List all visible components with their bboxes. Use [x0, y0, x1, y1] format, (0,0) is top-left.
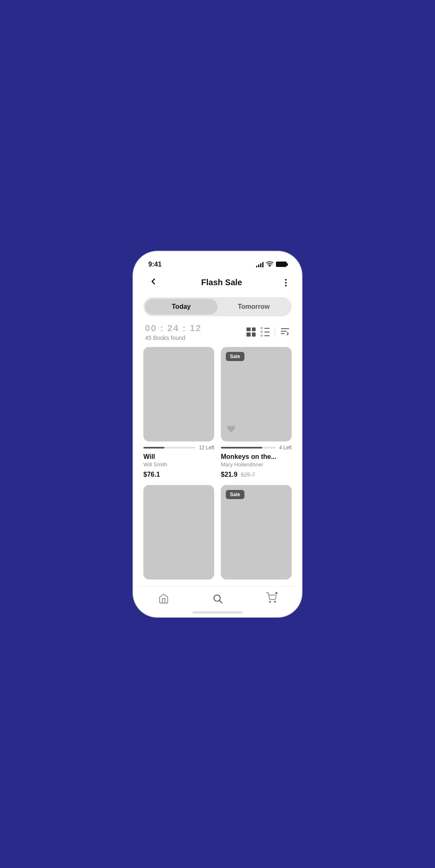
info-bar: 00 : 24 : 12 45 Books found [137, 323, 298, 347]
status-time: 9:41 [148, 261, 162, 268]
stock-label-will: 12 Left [199, 445, 214, 451]
book-cover-monkeys: Sale [221, 347, 292, 441]
header: Flash Sale [137, 272, 298, 297]
cover-placeholder-will [143, 347, 214, 441]
book-cover-partial-2: Sale [221, 485, 292, 579]
grid-cell-2 [252, 327, 256, 332]
svg-point-7 [274, 601, 276, 602]
tab-bar: Today Tomorrow [143, 297, 292, 316]
list-view-button[interactable] [261, 327, 270, 337]
back-button[interactable] [145, 275, 162, 291]
price-current-will: $76.1 [143, 471, 160, 478]
dot-1 [285, 279, 287, 281]
list-dot-2 [261, 331, 263, 333]
signal-bar-1 [256, 266, 257, 267]
battery-icon [276, 262, 287, 267]
list-row-3 [261, 335, 270, 337]
book-author-monkeys: Mary Hollendoner [221, 461, 292, 468]
list-line-2 [264, 332, 270, 332]
nav-cart[interactable] [266, 592, 277, 605]
view-controls [247, 326, 290, 338]
home-indicator [193, 611, 242, 613]
partial-cover-bg-1 [143, 485, 214, 579]
price-current-monkeys: $21.9 [221, 471, 237, 478]
stock-bar-fill-monkeys [221, 447, 262, 449]
signal-bar-2 [258, 264, 259, 267]
cart-badge-dot [274, 591, 278, 595]
dot-2 [285, 282, 287, 284]
grid-cell-4 [252, 332, 256, 337]
price-row-monkeys: $21.9 $25.7 [221, 471, 292, 478]
list-dot-3 [261, 335, 263, 337]
tab-today[interactable]: Today [145, 299, 218, 315]
dot-3 [285, 285, 287, 286]
stock-row-will: 12 Left [143, 445, 214, 451]
price-original-monkeys: $25.7 [241, 471, 255, 478]
sale-badge-partial-2: Sale [226, 490, 244, 499]
signal-bar-3 [260, 263, 261, 267]
nav-home[interactable] [158, 593, 169, 604]
phone-frame: 9:41 Flash [137, 255, 298, 613]
timer-display: 00 : 24 : 12 [145, 323, 202, 334]
stock-bar-fill-will [143, 447, 164, 449]
status-icons [256, 261, 287, 268]
book-cover-will [143, 347, 214, 441]
book-card-monkeys[interactable]: Sale 4 Left Monkeys on the... Mary Holle… [221, 347, 292, 478]
book-card-partial-1[interactable] [143, 485, 214, 579]
sale-badge-monkeys: Sale [226, 352, 244, 361]
search-icon [212, 593, 223, 604]
list-dot-1 [261, 327, 263, 329]
tab-tomorrow[interactable]: Tomorrow [218, 299, 290, 315]
svg-point-0 [269, 266, 270, 267]
book-card-partial-2[interactable]: Sale [221, 485, 292, 579]
stock-row-monkeys: 4 Left [221, 445, 292, 451]
book-author-will: Will Smith [143, 461, 214, 468]
list-row-1 [261, 327, 270, 329]
book-cover-partial-1 [143, 485, 214, 579]
book-title-monkeys: Monkeys on the... [221, 453, 292, 461]
nav-search[interactable] [212, 593, 223, 604]
stock-label-monkeys: 4 Left [279, 445, 292, 451]
book-card-will[interactable]: 12 Left Will Will Smith $76.1 [143, 347, 214, 478]
books-grid: 12 Left Will Will Smith $76.1 Sale [137, 347, 298, 586]
grid-view-button[interactable] [247, 327, 256, 337]
heart-button-monkeys[interactable] [227, 424, 236, 436]
more-button[interactable] [282, 277, 290, 288]
home-icon [158, 593, 169, 604]
book-title-will: Will [143, 453, 214, 461]
sort-button[interactable] [280, 326, 290, 338]
page-title: Flash Sale [201, 278, 242, 287]
books-found: 45 Books found [145, 335, 202, 341]
stock-bar-wrap-monkeys [221, 447, 276, 449]
wifi-icon [266, 261, 273, 268]
timer-section: 00 : 24 : 12 45 Books found [145, 323, 202, 341]
partial-cover-bg-2 [221, 485, 292, 579]
svg-line-5 [220, 600, 222, 603]
grid-cell-3 [247, 332, 251, 337]
price-row-will: $76.1 [143, 471, 214, 478]
signal-bar-4 [262, 262, 263, 267]
stock-bar-wrap-will [143, 447, 196, 449]
signal-bars-icon [256, 262, 263, 267]
svg-point-6 [269, 601, 271, 602]
bottom-nav [137, 586, 298, 608]
list-row-2 [261, 331, 270, 333]
status-bar: 9:41 [137, 255, 298, 272]
list-line-1 [264, 328, 270, 329]
grid-cell-1 [247, 327, 251, 332]
list-line-3 [264, 335, 270, 336]
view-divider [275, 327, 275, 337]
